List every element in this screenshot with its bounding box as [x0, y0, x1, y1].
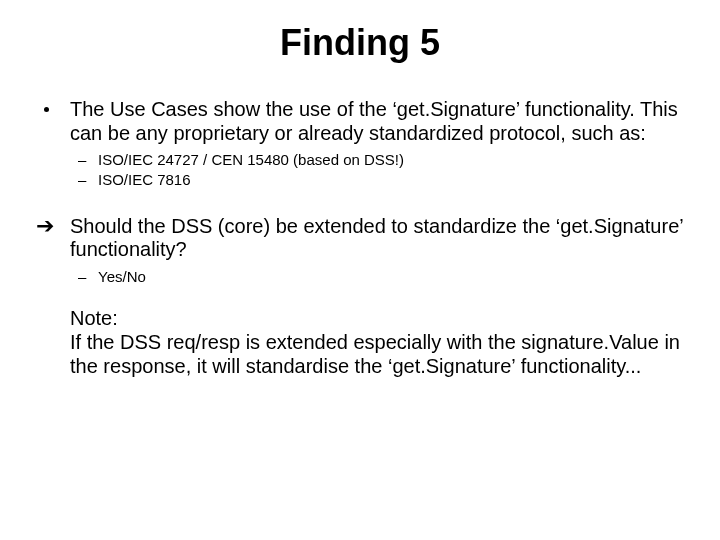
bullet-dot-icon: [44, 107, 49, 112]
dash-icon: –: [78, 151, 86, 169]
sub-bullet-text: ISO/IEC 24727 / CEN 15480 (based on DSS!…: [98, 151, 404, 168]
sub-bullet-text: ISO/IEC 7816: [98, 171, 191, 188]
sub-bullet-list: – ISO/IEC 24727 / CEN 15480 (based on DS…: [70, 151, 684, 188]
sub-bullet-item: – ISO/IEC 7816: [70, 171, 684, 189]
arrow-text: Should the DSS (core) be extended to sta…: [70, 215, 683, 261]
sub-bullet-text: Yes/No: [98, 268, 146, 285]
bullet-text: The Use Cases show the use of the ‘get.S…: [70, 98, 678, 144]
sub-bullet-item: – Yes/No: [70, 268, 684, 286]
arrow-sub-list: – Yes/No: [70, 268, 684, 286]
arrow-right-icon: ➔: [36, 215, 54, 237]
dash-icon: –: [78, 268, 86, 286]
sub-bullet-item: – ISO/IEC 24727 / CEN 15480 (based on DS…: [70, 151, 684, 169]
bullet-list: The Use Cases show the use of the ‘get.S…: [36, 98, 684, 189]
dash-icon: –: [78, 171, 86, 189]
slide-body: The Use Cases show the use of the ‘get.S…: [36, 98, 684, 378]
bullet-item: The Use Cases show the use of the ‘get.S…: [36, 98, 684, 189]
note-block: Note: If the DSS req/resp is extended es…: [36, 307, 684, 378]
slide-title: Finding 5: [36, 22, 684, 64]
slide: Finding 5 The Use Cases show the use of …: [0, 0, 720, 540]
note-body: If the DSS req/resp is extended especial…: [70, 331, 684, 378]
arrow-item: ➔ Should the DSS (core) be extended to s…: [36, 215, 684, 286]
note-label: Note:: [70, 307, 684, 331]
